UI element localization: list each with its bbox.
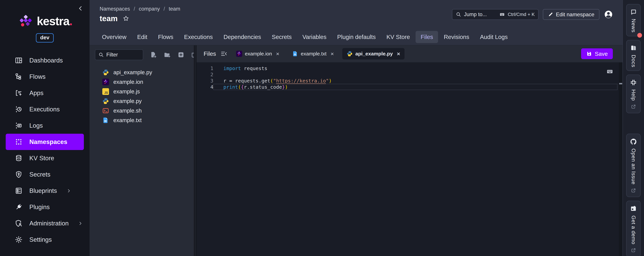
sidebar-item-settings[interactable]: Settings <box>0 231 90 248</box>
file-item-example-sh[interactable]: example.sh <box>90 106 194 115</box>
file-name: example.txt <box>113 117 142 123</box>
tab-audit-logs[interactable]: Audit Logs <box>475 31 513 43</box>
breadcrumb-item-namespaces[interactable]: Namespaces <box>100 6 130 12</box>
tab-edit[interactable]: Edit <box>132 31 152 43</box>
rail-button-get-a-demo[interactable]: Get a demo <box>626 201 641 256</box>
tab-dependencies[interactable]: Dependencies <box>218 31 266 43</box>
close-icon[interactable]: × <box>397 51 400 57</box>
file-tool-icons <box>150 51 198 58</box>
rail-button-label: News <box>630 19 636 33</box>
sidebar-item-blueprints[interactable]: Blueprints <box>0 183 90 199</box>
tab-files[interactable]: Files <box>416 31 438 43</box>
filter-box <box>95 49 143 60</box>
collapse-tree-icon[interactable] <box>220 50 228 57</box>
tab-secrets[interactable]: Secrets <box>267 31 297 43</box>
kestra-app: kestra. dev DashboardsFlowsAppsExecution… <box>0 0 644 256</box>
code-token: ) <box>285 84 288 90</box>
sidebar-item-flows[interactable]: Flows <box>0 69 90 85</box>
shell-file-icon <box>102 107 109 114</box>
page-header: Namespaces/company/team team Jump to... … <box>90 0 622 29</box>
file-item-api-example-py[interactable]: api_example.py <box>90 68 194 77</box>
code-token: { <box>241 84 244 90</box>
tab-revisions[interactable]: Revisions <box>439 31 474 43</box>
tab-overview[interactable]: Overview <box>97 31 132 43</box>
file-item-example-py[interactable]: example.py <box>90 96 194 106</box>
rail-button-help[interactable]: Help <box>626 75 641 113</box>
edit-namespace-button[interactable]: Edit namespace <box>543 9 600 20</box>
ion-file-icon <box>236 51 242 57</box>
file-plus-icon[interactable] <box>150 51 157 58</box>
code-token: r.status_code <box>244 84 282 90</box>
code-line-4: 4print({r.status_code}) <box>196 84 622 90</box>
sidebar: kestra. dev DashboardsFlowsAppsExecution… <box>0 0 90 256</box>
keyboard-icon[interactable] <box>606 69 614 75</box>
header-left: Namespaces/company/team team <box>100 6 180 23</box>
file-item-example-ion[interactable]: example.ion <box>90 77 194 87</box>
python-file-icon <box>102 98 109 104</box>
close-icon[interactable]: × <box>330 51 334 57</box>
code-line-1: 1import requests <box>196 65 622 71</box>
rail-button-open-an-issue[interactable]: Open an Issue <box>626 134 641 197</box>
sidebar-item-logs[interactable]: Logs <box>0 117 90 134</box>
python-file-icon <box>102 69 109 76</box>
sidebar-item-kv-store[interactable]: KV Store <box>0 150 90 166</box>
news-icon <box>630 9 637 16</box>
file-name: example.sh <box>113 107 142 114</box>
rail-button-docs[interactable]: Docs <box>626 40 641 71</box>
kestra-wordmark: kestra. <box>37 15 72 28</box>
close-icon[interactable]: × <box>276 51 280 57</box>
code-token: ( <box>238 84 241 90</box>
breadcrumb-item-team[interactable]: team <box>169 6 180 12</box>
file-name: example.py <box>113 98 142 104</box>
sidebar-item-executions[interactable]: Executions <box>0 101 90 117</box>
editor-tab-example-ion[interactable]: example.ion× <box>232 48 284 59</box>
kestra-logo[interactable]: kestra. <box>0 13 90 29</box>
tab-executions[interactable]: Executions <box>179 31 218 43</box>
sidebar-item-secrets[interactable]: Secrets <box>0 166 90 183</box>
jump-to-search[interactable]: Jump to... Ctrl/Cmd + K <box>452 9 538 20</box>
filter-input[interactable] <box>106 52 140 58</box>
rail-button-news[interactable]: News <box>626 4 641 36</box>
file-item-example-js[interactable]: JSexample.js <box>90 87 194 96</box>
editor-tab-api-example-py[interactable]: api_example.py× <box>342 48 404 59</box>
tab-variables[interactable]: Variables <box>297 31 332 43</box>
account-avatar[interactable] <box>604 10 613 19</box>
floppy-disk-icon <box>586 51 592 57</box>
notification-dot <box>637 33 642 38</box>
sidebar-item-plugins[interactable]: Plugins <box>0 199 90 215</box>
administration-icon <box>15 219 23 227</box>
save-button[interactable]: Save <box>581 48 613 59</box>
panel-splitter[interactable] <box>194 45 196 256</box>
code-line-3: 3r = requests.get("https://kestra.io") <box>196 78 622 84</box>
plus-box-icon[interactable] <box>178 51 184 58</box>
rail-button-label: Open an Issue <box>630 149 636 185</box>
kvstore-icon <box>15 154 23 162</box>
editor-tab-label: example.ion <box>245 51 272 57</box>
tab-plugin-defaults[interactable]: Plugin defaults <box>332 31 381 43</box>
file-explorer-panel: api_example.pyexample.ionJSexample.jsexa… <box>90 45 194 256</box>
folder-plus-icon[interactable] <box>164 51 171 58</box>
favorite-star-icon[interactable] <box>122 15 129 22</box>
right-rail: NewsDocsHelpOpen an IssueGet a demo <box>622 0 644 256</box>
editor-tab-example-txt[interactable]: example.txt× <box>288 48 338 59</box>
sidebar-item-namespaces[interactable]: Namespaces <box>6 134 84 150</box>
line-number: 1 <box>196 66 213 71</box>
sidebar-item-apps[interactable]: Apps <box>0 85 90 101</box>
sidebar-collapse-icon[interactable] <box>77 5 84 12</box>
jump-to-placeholder: Jump to... <box>464 12 487 18</box>
breadcrumb-item-company[interactable]: company <box>139 6 160 12</box>
tab-flows[interactable]: Flows <box>153 31 178 43</box>
sidebar-item-label: Executions <box>29 106 60 113</box>
sidebar-item-dashboards[interactable]: Dashboards <box>0 52 90 69</box>
sidebar-item-administration[interactable]: Administration <box>0 215 90 231</box>
editor-scrollbar[interactable] <box>619 62 622 256</box>
line-content: print({r.status_code}) <box>213 84 618 90</box>
code-token: " <box>273 78 276 84</box>
file-list: api_example.pyexample.ionJSexample.jsexa… <box>90 68 194 125</box>
demo-icon <box>630 205 637 212</box>
tab-kv-store[interactable]: KV Store <box>381 31 415 43</box>
line-number: 3 <box>196 78 213 84</box>
file-item-example-txt[interactable]: example.txt <box>90 115 194 125</box>
content-area: api_example.pyexample.ionJSexample.jsexa… <box>90 45 622 256</box>
code-editor[interactable]: 1import requests23r = requests.get("http… <box>196 62 622 256</box>
